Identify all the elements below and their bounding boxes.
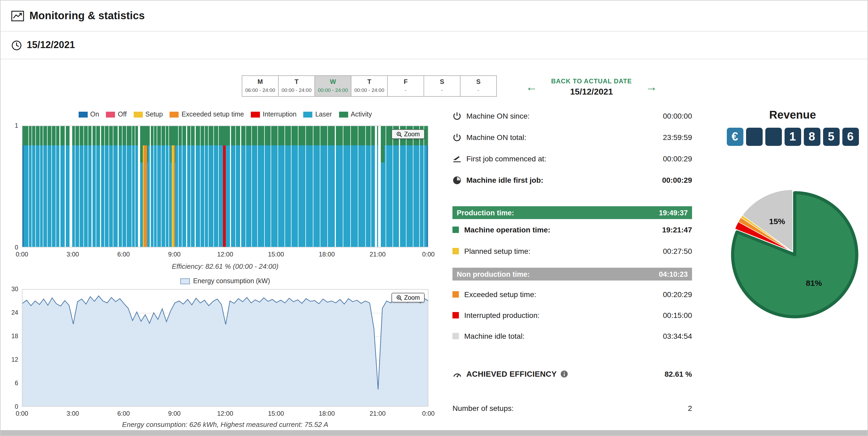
idle-timer-icon: [453, 175, 466, 185]
takeoff-icon: [453, 154, 466, 163]
week-selector: M 06:00 - 24:00 T 00:00 - 24:00 W 00:00 …: [242, 75, 497, 97]
non-production-time-bar: Non production time: 04:10:23: [453, 268, 692, 280]
energy-zoom-button[interactable]: Zoom: [391, 293, 425, 302]
weekday-letter: F: [388, 78, 424, 86]
digit-tile: 6: [842, 128, 859, 146]
next-day-arrow[interactable]: →: [645, 80, 658, 94]
date-navigation: ← BACK TO ACTUAL DATE 15/12/2021 →: [525, 75, 658, 99]
interruption-swatch: [453, 312, 459, 318]
machine-on-since-row: Machine ON since: 00:00:00: [453, 105, 692, 127]
weekday-range: -: [424, 87, 460, 93]
setup-swatch: [134, 111, 143, 117]
number-of-setups-row: Number of setups: 2: [453, 398, 692, 419]
weekday-letter: S: [424, 78, 460, 86]
weekday-cell-sun[interactable]: S -: [460, 75, 497, 97]
weekday-range: 00:00 - 24:00: [315, 87, 351, 93]
digit-tile: 1: [784, 128, 801, 146]
weekday-cell-fri[interactable]: F -: [387, 75, 424, 97]
activity-swatch: [339, 111, 348, 117]
currency-tile: €: [726, 128, 743, 146]
exceeded-setup-swatch: [453, 291, 459, 297]
digit-tile: [746, 128, 763, 146]
interrupted-production-row: Interrupted production: 00:15:00: [453, 305, 692, 325]
back-to-actual-date-link[interactable]: BACK TO ACTUAL DATE: [546, 77, 637, 85]
digit-tile: 5: [823, 128, 839, 146]
achieved-efficiency-row: ACHIEVED EFFICIENCY 82.61 %: [453, 363, 692, 385]
power-icon: [453, 133, 466, 142]
exceeded-setup-time-row: Exceeded setup time: 00:20:29: [453, 284, 692, 305]
legend-item-off: Off: [106, 111, 127, 118]
weekday-range: -: [461, 87, 496, 93]
production-time-bar: Production time: 19:49:37: [453, 206, 692, 219]
weekday-cell-tue[interactable]: T 00:00 - 24:00: [278, 75, 315, 97]
legend-item-on: On: [79, 111, 99, 118]
machine-status-y-axis: 10: [9, 126, 20, 247]
svg-text:15%: 15%: [769, 217, 785, 226]
legend-item-exceeded-setup: Exceeded setup time: [170, 111, 244, 118]
power-icon: [453, 111, 466, 121]
weekday-letter: T: [351, 78, 387, 86]
clock-icon: [11, 40, 22, 51]
magnifier-icon: [396, 131, 402, 137]
magnifier-icon: [396, 295, 402, 301]
weekday-range: -: [388, 87, 424, 93]
weekday-cell-wed-selected[interactable]: W 00:00 - 24:00: [314, 75, 351, 97]
energy-chart[interactable]: Zoom: [22, 289, 428, 407]
weekday-range: 06:00 - 24:00: [242, 87, 278, 93]
laser-swatch: [304, 111, 313, 117]
svg-text:81%: 81%: [806, 279, 822, 288]
setup-time-swatch: [453, 248, 459, 254]
legend-item-setup: Setup: [134, 111, 163, 118]
info-icon[interactable]: [560, 370, 568, 378]
previous-day-arrow[interactable]: ←: [525, 80, 538, 94]
legend-item-activity: Activity: [339, 111, 372, 118]
weekday-letter: W: [315, 78, 351, 86]
machine-status-legend: On Off Setup Exceeded setup time Interru…: [22, 111, 428, 118]
gauge-icon: [453, 369, 466, 378]
timeline-zoom-button[interactable]: Zoom: [391, 129, 425, 139]
stats-panel: Machine ON since: 00:00:00 Machine ON to…: [453, 105, 692, 419]
weekday-letter: T: [279, 78, 314, 86]
legend-item-laser: Laser: [304, 111, 332, 118]
revenue-pie-svg: 81%15%: [723, 182, 862, 321]
date-header: 15/12/2021: [1, 32, 867, 59]
current-date: 15/12/2021: [27, 39, 75, 51]
energy-y-axis: 3024181260: [9, 289, 20, 407]
trend-chart-icon: [11, 10, 24, 21]
first-job-row: First job commenced at: 00:00:29: [453, 148, 692, 169]
weekday-range: 00:00 - 24:00: [351, 87, 387, 93]
machine-operation-time-row: Machine operation time: 19:21:47: [453, 219, 692, 240]
weekday-letter: S: [461, 78, 496, 86]
exceeded-setup-swatch: [170, 111, 179, 117]
energy-consumption-plot[interactable]: [23, 290, 428, 407]
operation-time-swatch: [453, 227, 459, 233]
weekday-cell-mon[interactable]: M 06:00 - 24:00: [242, 75, 279, 97]
app-header: Monitoring & statistics: [1, 1, 867, 32]
machine-idle-first-job-row: Machine idle first job: 00:00:29: [453, 169, 692, 191]
revenue-title: Revenue: [723, 108, 862, 121]
weekday-range: 00:00 - 24:00: [279, 87, 314, 93]
selected-date: 15/12/2021: [546, 87, 637, 97]
machine-status-plot[interactable]: Zoom: [22, 126, 428, 247]
digit-tile: [765, 128, 782, 146]
energy-legend-label: Energy consumption (kW): [193, 277, 270, 285]
weekday-letter: M: [242, 78, 278, 86]
interruption-swatch: [251, 111, 260, 117]
digit-tile: 8: [804, 128, 820, 146]
legend-item-interruption: Interruption: [251, 111, 296, 118]
idle-swatch: [453, 333, 459, 339]
revenue-counter: € 1 8 5 6: [723, 128, 862, 146]
machine-idle-total-row: Machine idle total: 03:34:54: [453, 325, 692, 346]
off-swatch: [106, 111, 115, 117]
energy-swatch: [180, 278, 190, 284]
on-swatch: [79, 111, 88, 117]
horizontal-scrollbar[interactable]: [1, 430, 867, 436]
energy-legend: Energy consumption (kW): [22, 277, 428, 285]
energy-caption: Energy consumption: 626 kWh, Highest mea…: [22, 421, 428, 429]
machine-status-x-axis: 0:003:006:009:0012:0015:0018:0021:000:00: [22, 250, 428, 259]
weekday-cell-sat[interactable]: S -: [424, 75, 461, 97]
weekday-cell-thu[interactable]: T 00:00 - 24:00: [351, 75, 388, 97]
energy-x-axis: 0:003:006:009:0012:0015:0018:0021:000:00: [22, 410, 428, 418]
machine-on-total-row: Machine ON total: 23:59:59: [453, 127, 692, 148]
dashboard-page: Monitoring & statistics 15/12/2021 M 06:…: [0, 0, 868, 436]
